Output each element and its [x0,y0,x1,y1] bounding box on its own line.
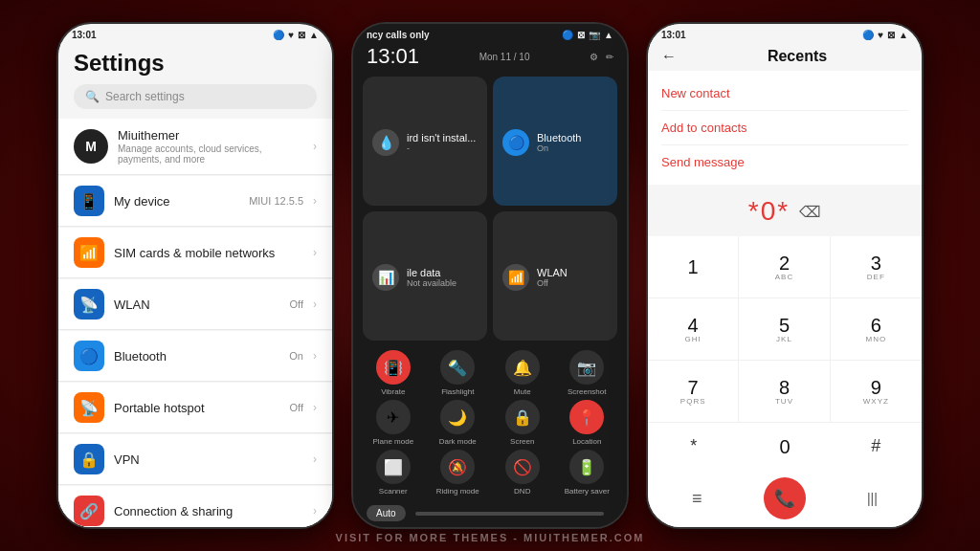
my-device-icon: 📱 [74,186,104,216]
recents-phone: 13:01 🔵♥⊠▲ ← Recents New contact Add to … [646,22,924,529]
dnd-btn[interactable]: 🚫 DND [492,450,553,496]
flashlight-btn[interactable]: 🔦 Flashlight [428,350,489,396]
plane-icon: ✈ [376,400,411,434]
key-2[interactable]: 2 ABC [739,236,830,298]
qs-controls-row1: 📳 Vibrate 🔦 Flashlight 🔔 Mute 📷 Screensh… [353,346,627,400]
user-info: Miuithemer Manage accounts, cloud servic… [118,128,303,165]
qs-settings-icon[interactable]: ⚙ [590,52,598,62]
flashlight-icon: 🔦 [440,350,475,385]
key-5[interactable]: 5 JKL [739,298,830,361]
screenshot-btn[interactable]: 📷 Screenshot [557,350,618,396]
user-subtitle: Manage accounts, cloud services, payment… [118,143,303,165]
dialer-keypad: 1 2 ABC 3 DEF 4 GHI 5 JKL [648,236,922,423]
bluetooth-item[interactable]: 🔵 Bluetooth On › [58,331,332,382]
data-tile-icon: 📊 [372,264,399,291]
qs-notification: ncy calls only [367,30,430,40]
battery-saver-btn[interactable]: 🔋 Battery saver [557,450,618,496]
tile-0-content: ird isn't instal... - [407,132,476,153]
darkmode-btn[interactable]: 🌙 Dark mode [428,400,489,446]
qs-date: Mon 11 / 10 [479,52,530,62]
wlan-content: WLAN [114,298,280,312]
mute-btn[interactable]: 🔔 Mute [492,350,553,396]
auto-badge[interactable]: Auto [367,505,406,521]
recents-actions-list: New contact Add to contacts Send message [648,71,922,185]
battery-saver-icon: 🔋 [569,450,604,484]
qs-tile-data[interactable]: 📊 ile data Not available [363,211,487,341]
screen-icon: 🔒 [505,400,540,434]
key-star[interactable]: * [648,429,739,464]
key-8[interactable]: 8 TUV [739,361,830,423]
key-9[interactable]: 9 WXYZ [831,361,922,423]
chevron-icon: › [313,504,317,518]
qs-header-icons: ⚙ ✏ [590,52,613,62]
send-message-action[interactable]: Send message [661,145,908,179]
wlan-tile-content: WLAN Off [537,267,568,288]
key-0[interactable]: 0 [739,429,830,464]
vibrate-icon: 📳 [376,350,411,385]
wlan-item[interactable]: 📡 WLAN Off › [58,279,332,330]
delete-button[interactable]: ⌫ [799,203,821,221]
recents-status-bar: 13:01 🔵♥⊠▲ [648,24,922,42]
location-icon: 📍 [569,400,604,434]
plane-btn[interactable]: ✈ Plane mode [363,400,424,446]
data-tile-content: ile data Not available [407,267,457,288]
key-4[interactable]: 4 GHI [648,298,739,361]
vibrate-btn[interactable]: 📳 Vibrate [363,350,424,396]
recents-screen: 13:01 🔵♥⊠▲ ← Recents New contact Add to … [648,24,922,527]
qs-tile-bluetooth[interactable]: 🔵 Bluetooth On [493,77,617,206]
qs-tiles-grid: 💧 ird isn't instal... - 🔵 Bluetooth On 📊 [353,71,627,346]
qs-controls-row3: ⬜ Scanner 🔕 Riding mode 🚫 DND 🔋 Battery … [353,450,627,499]
riding-btn[interactable]: 🔕 Riding mode [428,450,489,496]
more-icon[interactable]: ||| [867,491,878,506]
qs-tile-wlan[interactable]: 📶 WLAN Off [493,211,617,341]
key-7[interactable]: 7 PQRS [648,361,739,423]
key-3[interactable]: 3 DEF [831,236,922,298]
recents-header: ← Recents [648,42,922,71]
settings-header: Settings 🔍 Search settings [58,42,332,119]
status-time: 13:01 [72,30,97,40]
tile-0-icon: 💧 [372,129,399,156]
settings-list: M Miuithemer Manage accounts, cloud serv… [58,119,332,529]
bluetooth-icon: 🔵 [74,341,104,371]
hotspot-item[interactable]: 📡 Portable hotspot Off › [58,383,332,433]
wlan-icon: 📡 [74,289,104,320]
brightness-slider[interactable] [415,512,604,516]
qs-tile-0[interactable]: 💧 ird isn't instal... - [363,77,487,206]
location-btn[interactable]: 📍 Location [557,400,618,446]
vpn-item[interactable]: 🔒 VPN › [58,434,332,485]
my-device-item[interactable]: 📱 My device MIUI 12.5.5 › [58,176,332,227]
chevron-icon: › [313,452,317,466]
hotspot-icon: 📡 [74,392,104,423]
darkmode-icon: 🌙 [440,400,475,434]
call-button[interactable]: 📞 [764,477,806,519]
add-to-contacts-action[interactable]: Add to contacts [661,111,908,145]
chevron-icon: › [313,194,317,208]
dialer-number: *0* [748,196,790,227]
connection-content: Connection & sharing [114,504,303,518]
connection-sharing-item[interactable]: 🔗 Connection & sharing › [58,486,332,529]
key-1[interactable]: 1 [648,236,739,298]
qs-bottom-bar: Auto [353,499,627,527]
riding-icon: 🔕 [440,450,475,484]
new-contact-action[interactable]: New contact [661,77,908,111]
scanner-btn[interactable]: ⬜ Scanner [363,450,424,496]
dialer-display: *0* ⌫ [648,187,922,236]
search-box[interactable]: 🔍 Search settings [74,84,317,109]
back-button[interactable]: ← [661,48,677,65]
quick-settings-screen: ncy calls only 🔵⊠📷▲ 13:01 Mon 11 / 10 ⚙ … [353,24,627,527]
screen-btn[interactable]: 🔒 Screen [492,400,553,446]
key-6[interactable]: 6 MNO [831,298,922,361]
chevron-icon: › [313,298,317,311]
vpn-icon: 🔒 [74,444,104,474]
sim-item[interactable]: 📶 SIM cards & mobile networks › [58,228,332,278]
user-account-item[interactable]: M Miuithemer Manage accounts, cloud serv… [58,119,332,175]
chevron-icon: › [313,140,317,153]
key-hash[interactable]: # [831,429,922,464]
search-placeholder: Search settings [105,90,185,103]
chevron-icon: › [313,401,317,414]
bluetooth-content: Bluetooth [114,349,279,364]
qs-edit-icon[interactable]: ✏ [606,52,613,62]
menu-icon[interactable]: ≡ [692,489,702,509]
mute-icon: 🔔 [505,350,540,385]
user-name: Miuithemer [118,128,303,143]
